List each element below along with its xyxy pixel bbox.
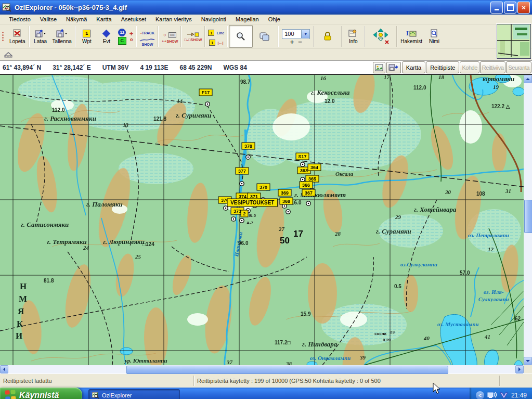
quit-button[interactable]: Lopeta bbox=[7, 25, 28, 48]
menu-kartta[interactable]: Kartta bbox=[92, 15, 116, 23]
toolbar-drag-handle[interactable] bbox=[2, 25, 6, 48]
waypoint-label-369[interactable]: 369 bbox=[278, 189, 291, 196]
svg-text:363: 363 bbox=[300, 168, 308, 173]
padlock-icon bbox=[323, 32, 332, 41]
taskbar-item-oziexplorer[interactable]: OziExplorer bbox=[88, 389, 180, 399]
close-button[interactable]: × bbox=[517, 2, 530, 14]
northing-value: 68 45 229N bbox=[179, 64, 212, 71]
waypoint-label-370[interactable]: 370 bbox=[257, 184, 270, 190]
maximize-button[interactable] bbox=[504, 2, 516, 14]
map-label: 112.0 bbox=[52, 107, 65, 113]
menu-asetukset[interactable]: Asetukset bbox=[116, 15, 151, 23]
tab-reittipiste[interactable]: Reittipiste bbox=[426, 61, 459, 73]
pan-arrows-button[interactable] bbox=[366, 25, 395, 48]
name-search-button[interactable]: Nimi bbox=[424, 25, 444, 48]
zoom-out-button[interactable]: − bbox=[298, 40, 302, 44]
collapse-chevron-icon[interactable]: < bbox=[476, 391, 484, 399]
map-label: г. Кекоселька bbox=[311, 88, 350, 96]
minimize-button[interactable] bbox=[490, 2, 503, 14]
save-position-button[interactable] bbox=[386, 62, 401, 73]
map-label: 13 bbox=[123, 122, 129, 128]
waypoint-marker[interactable] bbox=[301, 162, 305, 166]
waypoint-label-366[interactable]: 366 bbox=[300, 182, 313, 188]
map-label: 50 bbox=[280, 236, 290, 246]
svg-text:S17: S17 bbox=[298, 154, 306, 159]
waypoint-marker[interactable] bbox=[301, 177, 305, 182]
minimap-overview[interactable] bbox=[497, 24, 531, 59]
menu-näkymä[interactable]: Näkymä bbox=[61, 15, 92, 23]
map-label: 31 bbox=[505, 188, 511, 194]
lock-button[interactable] bbox=[315, 25, 340, 48]
waypoint-label-377[interactable]: 377 bbox=[236, 168, 249, 174]
save-button[interactable]: Tallenna bbox=[50, 25, 74, 48]
waypoint-label-s17[interactable]: S17 bbox=[296, 153, 309, 160]
show-route-button[interactable]: □–□SHOW bbox=[183, 25, 203, 48]
v-triangle-icon[interactable] bbox=[500, 392, 508, 399]
scroll-right-arrow[interactable] bbox=[515, 365, 524, 374]
title-bar: OziExplorer - 050k--p36-075-3_4.gif × bbox=[0, 0, 532, 15]
chevron-down-icon[interactable]: ▼ bbox=[301, 30, 309, 38]
waypoint-marker[interactable] bbox=[205, 102, 210, 106]
start-button[interactable]: Käynnistä bbox=[0, 388, 82, 399]
menu-ohje[interactable]: Ohje bbox=[264, 15, 285, 23]
map-label: 112.0 bbox=[413, 85, 426, 91]
map-comment-button[interactable]: 12 C bbox=[116, 25, 128, 48]
position-marker-button[interactable]: + o bbox=[128, 25, 135, 48]
horizontal-scroll-thumb[interactable] bbox=[126, 366, 448, 374]
waypoint-label-f17[interactable]: F17 bbox=[199, 89, 212, 96]
menu-valitse[interactable]: Valitse bbox=[35, 15, 61, 23]
waypoint-icon: 1 bbox=[83, 30, 90, 37]
map-label: оз. Мусталампи bbox=[437, 321, 479, 327]
event-button[interactable]: Evt bbox=[97, 25, 116, 48]
zoom-level-select[interactable]: 100 ▼ bbox=[282, 29, 310, 39]
map-label: г. Сатисонмяки bbox=[21, 221, 69, 228]
waypoint-label-365[interactable]: 365 bbox=[306, 175, 319, 182]
waypoint-marker[interactable] bbox=[240, 218, 244, 223]
info-button[interactable]: Info bbox=[343, 25, 363, 48]
vertical-scroll-thumb[interactable] bbox=[524, 200, 532, 233]
waypoint-label-367[interactable]: 367 bbox=[302, 189, 315, 196]
menu-tiedosto[interactable]: Tiedosto bbox=[4, 15, 35, 23]
waypoint-marker[interactable] bbox=[286, 210, 290, 214]
menu-magellan[interactable]: Magellan bbox=[231, 15, 264, 23]
status-bar: Reittipisteet ladattu Reittipisteitä käy… bbox=[0, 374, 532, 388]
map-canvas[interactable]: г. Расхновянмякиг. Суримякиг. Кекоселька… bbox=[0, 75, 524, 365]
image-button[interactable] bbox=[373, 62, 385, 73]
tab-kohde[interactable]: Kohde bbox=[460, 61, 479, 73]
vertical-scrollbar[interactable] bbox=[524, 75, 532, 365]
waypoint-button[interactable]: 1 Wpt bbox=[77, 25, 97, 48]
svg-text:371: 371 bbox=[250, 194, 258, 199]
zoom-in-button[interactable]: + bbox=[290, 40, 294, 44]
tab-seuranta[interactable]: Seuranta bbox=[506, 61, 531, 73]
waypoint-marker[interactable] bbox=[306, 201, 310, 205]
waypoint-marker[interactable] bbox=[246, 155, 250, 159]
horizontal-scrollbar[interactable] bbox=[0, 365, 524, 374]
scroll-up-arrow[interactable] bbox=[524, 75, 532, 83]
waypoint-label-378[interactable]: 378 bbox=[242, 143, 255, 149]
zoom-tool-button[interactable] bbox=[229, 25, 253, 48]
scrollbar-corner bbox=[524, 365, 532, 374]
scroll-left-arrow[interactable] bbox=[0, 365, 8, 374]
show-track-button[interactable]: ▪TRACK SHOW bbox=[138, 25, 157, 48]
scroll-down-arrow[interactable] bbox=[524, 357, 532, 365]
menu-navigointi[interactable]: Navigointi bbox=[197, 15, 231, 23]
longitude-value: 31° 28,142´ E bbox=[53, 64, 91, 71]
waypoint-tools-group[interactable]: 1 Line 1 |↔| bbox=[206, 25, 226, 48]
map-label: К bbox=[17, 319, 23, 329]
waypoint-marker[interactable] bbox=[231, 217, 236, 221]
map-view-button[interactable] bbox=[253, 25, 277, 48]
load-button[interactable]: Lataa bbox=[31, 25, 50, 48]
name-index-button[interactable]: I Hakemist bbox=[398, 25, 424, 48]
show-waypoints-button[interactable]: ○ ▫▫▫ ∘∘SHOW bbox=[160, 25, 179, 48]
menu-kartan-vieritys[interactable]: Kartan vieritys bbox=[151, 15, 197, 23]
waypoint-label-368[interactable]: 368 bbox=[280, 198, 293, 204]
map-label: 121.8 bbox=[153, 116, 166, 122]
tab-kartta[interactable]: Kartta bbox=[402, 61, 425, 73]
tab-reittiviiva[interactable]: Reittiviiva bbox=[480, 61, 506, 73]
waypoint-label-vesiputoukset[interactable]: VESIPUTOUKSET bbox=[227, 199, 278, 207]
waypoint-label-364[interactable]: 364 bbox=[308, 164, 321, 171]
measure-ruler-button[interactable] bbox=[2, 49, 15, 60]
waypoint-label-2[interactable]: 2 bbox=[241, 210, 248, 217]
waypoint-marker[interactable] bbox=[240, 182, 244, 186]
network-monitor-icon[interactable] bbox=[487, 392, 497, 399]
